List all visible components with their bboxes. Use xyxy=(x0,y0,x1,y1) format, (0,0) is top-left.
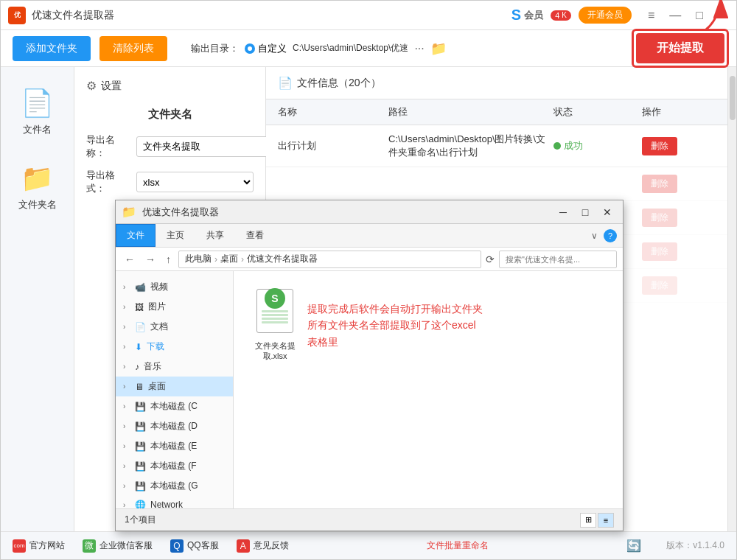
address-box[interactable]: 此电脑 › 桌面 › 优速文件名提取器 xyxy=(178,251,481,268)
explorer-search-input[interactable] xyxy=(499,251,617,268)
explorer-sidebar-drive-g[interactable]: › 💾 本地磁盘 (G xyxy=(116,476,233,496)
chevron-right-icon: › xyxy=(123,283,130,291)
explorer-help-btn[interactable]: ? xyxy=(604,229,617,242)
explorer-sidebar-drive-e[interactable]: › 💾 本地磁盘 (E xyxy=(116,436,233,456)
ribbon-tab-view[interactable]: 查看 xyxy=(235,224,275,247)
explorer-minimize-btn[interactable]: ─ xyxy=(553,205,573,220)
col-action: 操作 xyxy=(642,105,716,119)
qq-icon: Q xyxy=(170,539,184,553)
feedback-icon: A xyxy=(237,539,250,553)
explorer-sidebar-documents[interactable]: › 📄 文档 xyxy=(116,317,233,337)
explorer-address-bar: ← → ↑ 此电脑 › 桌面 › 优速文件名提取器 ⟳ xyxy=(116,248,623,271)
explorer-main-content: S 文件夹名提取.xlsx 提取 xyxy=(234,271,623,508)
delete-button-2[interactable]: 删除 xyxy=(642,175,677,193)
chevron-right-icon: › xyxy=(123,442,130,450)
addr-part-2: 桌面 xyxy=(220,253,238,265)
sidebar-item-foldername[interactable]: 📁 文件夹名 xyxy=(13,157,63,217)
export-format-select[interactable]: xlsx csv txt xyxy=(136,172,254,192)
explorer-sidebar-downloads[interactable]: › ⬇ 下载 xyxy=(116,337,233,357)
title-bar-center: S 会员 4 K 开通会员 xyxy=(511,7,632,24)
delete-button[interactable]: 删除 xyxy=(642,137,677,155)
explorer-status-text: 1个项目 xyxy=(125,514,156,526)
ribbon-tab-file[interactable]: 文件 xyxy=(116,224,156,247)
explorer-sidebar-network[interactable]: › 🌐 Network xyxy=(116,496,233,508)
menu-button[interactable]: ≡ xyxy=(646,9,656,22)
vip-button[interactable]: 开通会员 xyxy=(579,7,632,24)
footer-item-feedback[interactable]: A 意见反馈 xyxy=(237,539,289,553)
chevron-right-icon: › xyxy=(123,501,130,509)
footer-refresh-icon: 🔄 xyxy=(626,539,641,553)
maximize-button[interactable]: □ xyxy=(694,9,705,22)
row-action: 删除 xyxy=(642,137,716,155)
radio-dot xyxy=(245,43,255,54)
explorer-sidebar-music[interactable]: › ♪ 音乐 xyxy=(116,357,233,377)
output-path: C:\Users\admin\Desktop\优速 xyxy=(293,42,408,55)
ribbon-tab-home[interactable]: 主页 xyxy=(156,224,195,247)
chevron-right-icon: › xyxy=(123,402,130,410)
export-name-input[interactable] xyxy=(136,136,273,157)
file-name-label: 文件夹名提取.xlsx xyxy=(251,340,298,362)
speed-logo: S 会员 xyxy=(511,7,543,24)
start-extract-button[interactable]: 开始提取 xyxy=(636,33,724,63)
explorer-title: 优速文件名提取器 xyxy=(142,206,548,219)
delete-button-5[interactable]: 删除 xyxy=(642,276,677,295)
ribbon-tab-share[interactable]: 共享 xyxy=(195,224,235,247)
nav-up-btn[interactable]: ↑ xyxy=(163,252,174,267)
radio-custom[interactable]: 自定义 xyxy=(245,42,287,55)
explorer-close-btn[interactable]: ✕ xyxy=(598,205,617,220)
table-row: 删除 xyxy=(266,167,727,201)
network-icon: 🌐 xyxy=(135,500,146,508)
minimize-button[interactable]: — xyxy=(668,9,682,22)
music-icon: ♪ xyxy=(135,362,139,372)
title-bar-right: ≡ — □ ✕ xyxy=(646,8,729,22)
explorer-sidebar-pictures[interactable]: › 🖼 图片 xyxy=(116,297,233,317)
explorer-view-buttons: ⊞ ≡ xyxy=(580,513,614,528)
annotation-line1: 提取完成后软件会自动打开输出文件夹 xyxy=(307,301,484,317)
app-icon: 优 xyxy=(8,7,26,24)
sidebar-item-filename[interactable]: 📄 文件名 xyxy=(15,82,60,142)
footer-item-wechat[interactable]: 微 企业微信客服 xyxy=(83,539,153,553)
addr-part-1: 此电脑 xyxy=(185,253,212,265)
wechat-icon: 微 xyxy=(83,539,96,553)
nav-back-btn[interactable]: ← xyxy=(122,252,138,267)
drive-e-icon: 💾 xyxy=(135,441,146,452)
clear-list-button[interactable]: 清除列表 xyxy=(99,36,167,61)
col-path: 路径 xyxy=(388,105,553,119)
footer-item-website[interactable]: com 官方网站 xyxy=(13,539,65,553)
row-action-2: 删除 xyxy=(642,175,716,193)
sidebar-label-filename: 文件名 xyxy=(23,123,52,136)
footer-item-qq[interactable]: Q QQ客服 xyxy=(170,539,219,553)
delete-button-4[interactable]: 删除 xyxy=(642,242,677,261)
nav-forward-btn[interactable]: → xyxy=(142,252,158,267)
refresh-btn[interactable]: ⟳ xyxy=(486,253,495,265)
browse-folder-button[interactable]: 📁 xyxy=(430,41,447,57)
footer-rename-link[interactable]: 文件批量重命名 xyxy=(427,539,489,552)
chevron-right-icon: › xyxy=(123,422,130,430)
chevron-right-icon: › xyxy=(123,363,130,371)
close-button[interactable]: ✕ xyxy=(716,8,729,22)
chevron-right-icon: › xyxy=(123,323,130,331)
address-breadcrumb: 此电脑 › 桌面 › 优速文件名提取器 xyxy=(185,253,318,265)
explorer-sidebar-videos[interactable]: › 📹 视频 xyxy=(116,277,233,297)
add-folder-button[interactable]: 添加文件夹 xyxy=(13,36,91,61)
radio-label: 自定义 xyxy=(258,42,287,55)
row-path: C:\Users\admin\Desktop\图片转换\文件夹重命名\出行计划 xyxy=(388,133,553,159)
explorer-maximize-btn[interactable]: □ xyxy=(576,205,595,220)
explorer-sidebar-drive-c[interactable]: › 💾 本地磁盘 (C xyxy=(116,396,233,416)
explorer-list-view-btn[interactable]: ≡ xyxy=(598,513,614,528)
explorer-grid-view-btn[interactable]: ⊞ xyxy=(580,513,596,528)
chevron-right-icon: › xyxy=(123,303,130,311)
downloads-icon: ⬇ xyxy=(135,342,142,352)
explorer-sidebar-drive-f[interactable]: › 💾 本地磁盘 (F xyxy=(116,456,233,476)
user-text: 会员 xyxy=(524,9,543,22)
scrollbar-area[interactable] xyxy=(727,67,736,531)
explorer-sidebar-drive-d[interactable]: › 💾 本地磁盘 (D xyxy=(116,416,233,436)
path-dots-button[interactable]: ··· xyxy=(414,42,424,55)
footer-qq-label: QQ客服 xyxy=(187,539,219,552)
delete-button-3[interactable]: 删除 xyxy=(642,209,677,227)
drive-g-icon: 💾 xyxy=(135,481,146,491)
file-item-xlsx[interactable]: S 文件夹名提取.xlsx xyxy=(245,283,304,368)
explorer-folder-icon: 📁 xyxy=(122,205,136,219)
explorer-sidebar-desktop[interactable]: › 🖥 桌面 xyxy=(116,377,233,396)
folder-name-section: 文件夹名 导出名称： 导出格式： xlsx csv txt xyxy=(86,108,254,195)
